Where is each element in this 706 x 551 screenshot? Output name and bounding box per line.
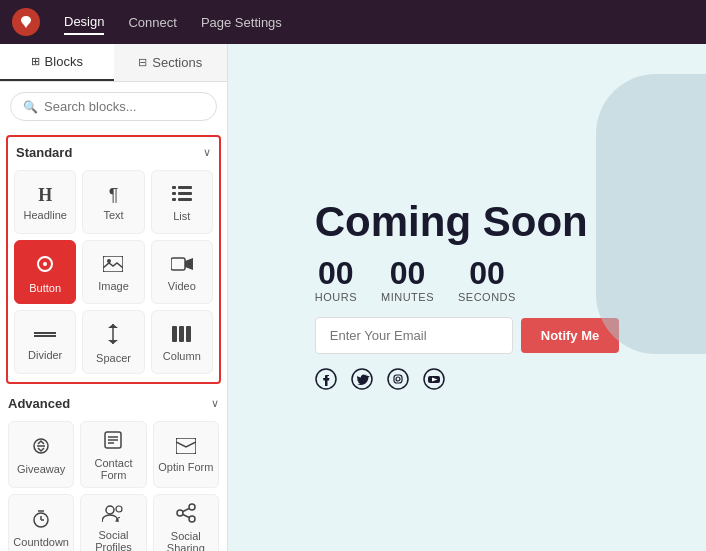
- block-social-sharing[interactable]: Social Sharing: [153, 494, 219, 551]
- decorative-shape: [596, 74, 706, 354]
- column-label: Column: [163, 350, 201, 362]
- svg-line-33: [183, 515, 189, 518]
- button-label: Button: [29, 282, 61, 294]
- block-contact-form[interactable]: Contact Form: [80, 421, 146, 488]
- block-image[interactable]: Image: [82, 240, 144, 304]
- giveaway-icon: [31, 436, 51, 459]
- instagram-icon[interactable]: [387, 368, 409, 395]
- seconds-label: SECONDS: [458, 291, 516, 303]
- svg-point-38: [396, 377, 400, 381]
- block-video[interactable]: Video: [151, 240, 213, 304]
- contact-form-label: Contact Form: [85, 457, 141, 481]
- sidebar: ⊞ Blocks ⊟ Sections 🔍 Standard ∨: [0, 44, 228, 551]
- svg-rect-5: [178, 198, 192, 201]
- standard-chevron-icon[interactable]: ∨: [203, 146, 211, 159]
- youtube-icon[interactable]: [423, 368, 445, 395]
- block-text[interactable]: ¶ Text: [82, 170, 144, 234]
- divider-icon: [34, 326, 56, 344]
- tab-blocks-label: Blocks: [45, 54, 83, 69]
- countdown-icon: [31, 509, 51, 532]
- svg-rect-0: [172, 186, 176, 189]
- sections-tab-icon: ⊟: [138, 56, 147, 69]
- svg-rect-2: [172, 192, 176, 195]
- contact-form-icon: [103, 430, 123, 453]
- headline-label: Headline: [23, 209, 66, 221]
- svg-point-7: [43, 262, 47, 266]
- advanced-section: Advanced ∨ Giveaway: [6, 396, 221, 551]
- svg-rect-16: [186, 326, 191, 342]
- block-giveaway[interactable]: Giveaway: [8, 421, 74, 488]
- social-sharing-icon: [176, 503, 196, 526]
- email-input[interactable]: [315, 317, 513, 354]
- text-label: Text: [103, 209, 123, 221]
- countdown-row: 00 HOURS 00 MINUTES 00 SECONDS: [315, 257, 516, 303]
- tab-sections-label: Sections: [152, 55, 202, 70]
- giveaway-label: Giveaway: [17, 463, 65, 475]
- twitter-icon[interactable]: [351, 368, 373, 395]
- seconds-value: 00: [469, 257, 505, 289]
- minutes-value: 00: [390, 257, 426, 289]
- main-layout: ⊞ Blocks ⊟ Sections 🔍 Standard ∨: [0, 44, 706, 551]
- svg-rect-10: [171, 258, 185, 270]
- tab-blocks[interactable]: ⊞ Blocks: [0, 44, 114, 81]
- sidebar-tabs: ⊞ Blocks ⊟ Sections: [0, 44, 227, 82]
- spacer-label: Spacer: [96, 352, 131, 364]
- coming-soon-title: Coming Soon: [315, 201, 588, 243]
- standard-blocks-grid: H Headline ¶ Text: [14, 170, 213, 374]
- standard-section-title: Standard: [16, 145, 72, 160]
- tab-sections[interactable]: ⊟ Sections: [114, 44, 228, 81]
- advanced-chevron-icon[interactable]: ∨: [211, 397, 219, 410]
- block-optin-form[interactable]: Optin Form: [153, 421, 219, 488]
- blocks-tab-icon: ⊞: [31, 55, 40, 68]
- nav-tab-page-settings[interactable]: Page Settings: [201, 11, 282, 34]
- svg-rect-15: [179, 326, 184, 342]
- top-nav: Design Connect Page Settings: [0, 0, 706, 44]
- search-container: 🔍: [0, 82, 227, 131]
- svg-rect-37: [394, 375, 402, 383]
- video-label: Video: [168, 280, 196, 292]
- nav-tab-connect[interactable]: Connect: [128, 11, 176, 34]
- list-icon: [172, 186, 192, 205]
- social-profiles-label: Social Profiles: [85, 529, 141, 551]
- email-row: Notify Me: [315, 317, 620, 354]
- block-countdown[interactable]: Countdown: [8, 494, 74, 551]
- social-sharing-label: Social Sharing: [158, 530, 214, 551]
- svg-point-36: [388, 369, 408, 389]
- countdown-minutes: 00 MINUTES: [381, 257, 434, 303]
- svg-rect-22: [176, 438, 196, 454]
- list-label: List: [173, 210, 190, 222]
- video-icon: [171, 256, 193, 275]
- facebook-icon[interactable]: [315, 368, 337, 395]
- block-column[interactable]: Column: [151, 310, 213, 374]
- button-icon: [35, 254, 55, 277]
- image-icon: [103, 256, 123, 275]
- block-divider[interactable]: Divider: [14, 310, 76, 374]
- block-headline[interactable]: H Headline: [14, 170, 76, 234]
- minutes-label: MINUTES: [381, 291, 434, 303]
- advanced-section-header: Advanced ∨: [8, 396, 219, 411]
- svg-line-32: [183, 509, 189, 512]
- svg-rect-14: [172, 326, 177, 342]
- search-input[interactable]: [44, 99, 204, 114]
- block-list[interactable]: List: [151, 170, 213, 234]
- headline-icon: H: [38, 186, 52, 204]
- standard-section-header: Standard ∨: [14, 145, 213, 160]
- block-button[interactable]: Button: [14, 240, 76, 304]
- countdown-hours: 00 HOURS: [315, 257, 357, 303]
- svg-rect-1: [178, 186, 192, 189]
- svg-point-30: [177, 510, 183, 516]
- block-spacer[interactable]: Spacer: [82, 310, 144, 374]
- divider-label: Divider: [28, 349, 62, 361]
- text-icon: ¶: [109, 186, 119, 204]
- svg-rect-3: [178, 192, 192, 195]
- nav-tab-design[interactable]: Design: [64, 10, 104, 35]
- countdown-seconds: 00 SECONDS: [458, 257, 516, 303]
- column-icon: [172, 326, 192, 345]
- advanced-section-title: Advanced: [8, 396, 70, 411]
- block-social-profiles[interactable]: Social Profiles: [80, 494, 146, 551]
- image-label: Image: [98, 280, 129, 292]
- search-icon: 🔍: [23, 100, 38, 114]
- social-row: [315, 368, 445, 395]
- svg-point-29: [189, 504, 195, 510]
- content-area: Coming Soon 00 HOURS 00 MINUTES 00 SECON…: [228, 44, 706, 551]
